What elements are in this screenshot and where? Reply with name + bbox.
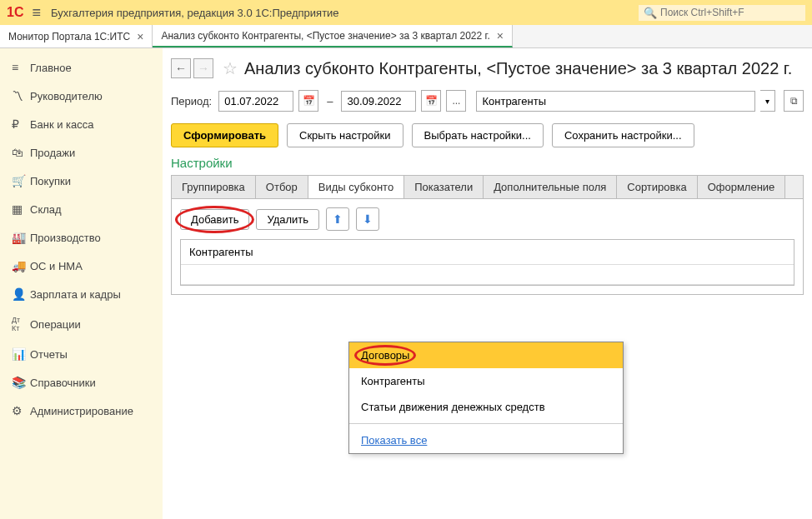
bars-icon: 📊 xyxy=(12,347,30,361)
dropdown-item-contracts[interactable]: Договоры xyxy=(349,342,623,368)
sidebar-item-operations[interactable]: ДтКтОперации xyxy=(0,308,163,340)
date-to-input[interactable] xyxy=(341,91,416,112)
settings-panel: Добавить Удалить ⬆ ⬇ Контрагенты xyxy=(171,199,804,295)
sidebar-item-label: Производство xyxy=(30,232,101,244)
books-icon: 📚 xyxy=(12,376,30,389)
nav-forward-button[interactable]: → xyxy=(193,58,213,78)
sidebar-item-label: Справочники xyxy=(30,377,96,389)
sidebar-item-label: Отчеты xyxy=(30,348,68,361)
app-logo: 1C xyxy=(7,5,23,20)
dropdown-show-all-link[interactable]: Показать все xyxy=(349,427,623,453)
new-subkonto-input[interactable] xyxy=(189,268,785,281)
page-title: Анализ субконто Контрагенты, <Пустое зна… xyxy=(244,59,792,78)
grid-icon: ▦ xyxy=(12,202,30,216)
main-menu-icon[interactable]: ≡ xyxy=(32,4,41,22)
favorite-icon[interactable]: ☆ xyxy=(223,58,238,78)
cart-icon: 🛒 xyxy=(12,174,30,187)
calendar-to-button[interactable]: 📅 xyxy=(421,90,441,112)
period-picker-button[interactable]: ... xyxy=(446,90,466,112)
tab-indicators[interactable]: Показатели xyxy=(404,176,484,198)
tab-analysis[interactable]: Анализ субконто Контрагенты, <Пустое зна… xyxy=(153,25,513,47)
truck-icon: 🚚 xyxy=(12,259,30,272)
sidebar-item-sales[interactable]: 🛍Продажи xyxy=(0,138,163,167)
content-area: ← → ☆ Анализ субконто Контрагенты, <Пуст… xyxy=(163,48,812,519)
period-row: Период: 📅 – 📅 ... ▾ ⧉ xyxy=(171,90,804,112)
tab-sorting[interactable]: Сортировка xyxy=(617,176,697,198)
tab-label: Монитор Портала 1С:ИТС xyxy=(8,31,130,42)
search-box[interactable]: 🔍 xyxy=(639,5,805,21)
top-bar: 1C ≡ Бухгалтерия предприятия, редакция 3… xyxy=(0,0,812,25)
sidebar-item-production[interactable]: 🏭Производство xyxy=(0,223,163,252)
list-icon: ≡ xyxy=(12,61,30,74)
nav-back-button[interactable]: ← xyxy=(171,58,191,78)
dash: – xyxy=(327,95,333,107)
period-label: Период: xyxy=(171,95,212,107)
move-up-button[interactable]: ⬆ xyxy=(326,207,349,231)
search-input[interactable] xyxy=(660,7,800,18)
subkonto-list: Контрагенты xyxy=(180,239,794,286)
dtkt-icon: ДтКт xyxy=(12,316,30,332)
setting-tabs: Группировка Отбор Виды субконто Показате… xyxy=(171,175,804,199)
close-icon[interactable]: × xyxy=(497,29,504,42)
person-icon: 👤 xyxy=(12,287,30,301)
dropdown-item-cashflow[interactable]: Статьи движения денежных средств xyxy=(349,394,623,420)
sidebar: ≡Главное 〽Руководителю ₽Банк и касса 🛍Пр… xyxy=(0,48,163,519)
popout-button[interactable]: ⧉ xyxy=(784,90,804,112)
search-icon: 🔍 xyxy=(644,7,657,19)
close-icon[interactable]: × xyxy=(137,30,143,43)
hide-settings-button[interactable]: Скрыть настройки xyxy=(287,123,403,147)
sidebar-item-main[interactable]: ≡Главное xyxy=(0,53,163,82)
dropdown-item-counterparties[interactable]: Контрагенты xyxy=(349,368,623,394)
list-row[interactable]: Контрагенты xyxy=(181,240,794,265)
sidebar-item-label: Администрирование xyxy=(30,405,133,417)
sidebar-item-purchases[interactable]: 🛒Покупки xyxy=(0,167,163,195)
tab-monitor[interactable]: Монитор Портала 1С:ИТС × xyxy=(0,25,153,47)
sidebar-item-reports[interactable]: 📊Отчеты xyxy=(0,340,163,368)
subkonto-dropdown: Договоры Контрагенты Статьи движения ден… xyxy=(348,342,624,454)
sidebar-item-admin[interactable]: ⚙Администрирование xyxy=(0,397,163,425)
subkonto-input[interactable] xyxy=(476,91,755,112)
tab-formatting[interactable]: Оформление xyxy=(698,176,786,198)
tab-grouping[interactable]: Группировка xyxy=(172,176,256,198)
chart-icon: 〽 xyxy=(12,89,30,102)
tab-subkonto-types[interactable]: Виды субконто xyxy=(308,176,404,198)
ruble-icon: ₽ xyxy=(12,117,30,131)
content-header: ← → ☆ Анализ субконто Контрагенты, <Пуст… xyxy=(171,58,804,78)
sidebar-item-warehouse[interactable]: ▦Склад xyxy=(0,195,163,223)
dropdown-separator xyxy=(349,423,623,424)
sidebar-item-label: Руководителю xyxy=(30,90,103,102)
list-input-row[interactable] xyxy=(181,265,794,285)
sidebar-item-assets[interactable]: 🚚ОС и НМА xyxy=(0,252,163,280)
date-from-input[interactable] xyxy=(218,91,293,112)
choose-settings-button[interactable]: Выбрать настройки... xyxy=(412,123,544,147)
sidebar-item-label: ОС и НМА xyxy=(30,260,83,272)
move-down-button[interactable]: ⬇ xyxy=(356,207,379,231)
subkonto-dropdown-button[interactable]: ▾ xyxy=(760,90,775,112)
add-button[interactable]: Добавить xyxy=(180,209,249,230)
sidebar-item-label: Главное xyxy=(30,62,72,74)
sidebar-item-label: Склад xyxy=(30,203,62,216)
action-row: Сформировать Скрыть настройки Выбрать на… xyxy=(171,123,804,147)
sidebar-item-label: Продажи xyxy=(30,147,75,159)
calendar-from-button[interactable]: 📅 xyxy=(298,90,318,112)
sidebar-item-hr[interactable]: 👤Зарплата и кадры xyxy=(0,280,163,308)
settings-title: Настройки xyxy=(171,156,804,170)
panel-actions: Добавить Удалить ⬆ ⬇ xyxy=(180,207,794,231)
sidebar-item-label: Покупки xyxy=(30,175,71,187)
sidebar-item-catalogs[interactable]: 📚Справочники xyxy=(0,368,163,397)
sidebar-item-label: Банк и касса xyxy=(30,118,94,131)
save-settings-button[interactable]: Сохранить настройки... xyxy=(552,123,694,147)
delete-button[interactable]: Удалить xyxy=(256,209,319,230)
tab-label: Анализ субконто Контрагенты, <Пустое зна… xyxy=(161,30,489,42)
factory-icon: 🏭 xyxy=(12,231,30,244)
bag-icon: 🛍 xyxy=(12,146,30,159)
tab-filter[interactable]: Отбор xyxy=(256,176,308,198)
app-title: Бухгалтерия предприятия, редакция 3.0 1С… xyxy=(51,7,639,19)
sidebar-item-label: Зарплата и кадры xyxy=(30,288,121,301)
sidebar-item-manager[interactable]: 〽Руководителю xyxy=(0,82,163,110)
generate-button[interactable]: Сформировать xyxy=(171,123,278,147)
sidebar-item-bank[interactable]: ₽Банк и касса xyxy=(0,110,163,138)
tab-extra-fields[interactable]: Дополнительные поля xyxy=(484,176,617,198)
gear-icon: ⚙ xyxy=(12,404,30,417)
tabs-bar: Монитор Портала 1С:ИТС × Анализ субконто… xyxy=(0,25,812,48)
